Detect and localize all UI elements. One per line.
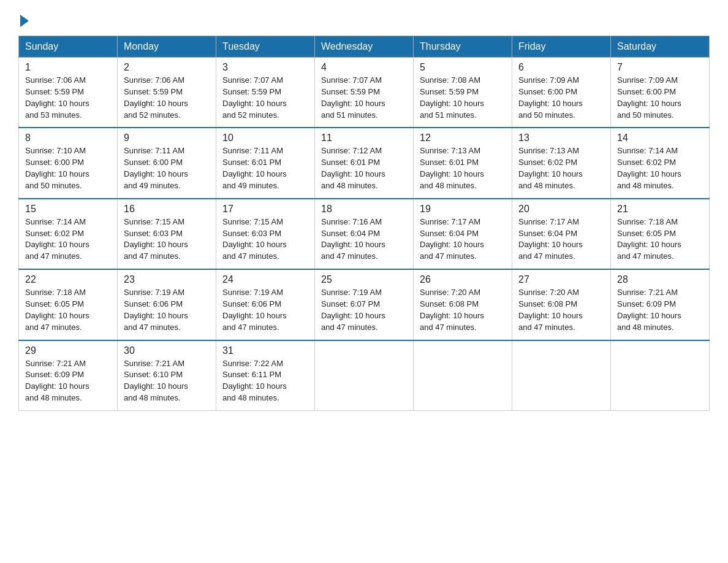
day-number: 5 (420, 62, 506, 73)
day-info: Sunrise: 7:21 AM Sunset: 6:09 PM Dayligh… (25, 358, 111, 404)
calendar-week-row: 22 Sunrise: 7:18 AM Sunset: 6:05 PM Dayl… (19, 269, 710, 340)
day-info: Sunrise: 7:21 AM Sunset: 6:10 PM Dayligh… (124, 358, 210, 404)
calendar-cell (512, 340, 611, 411)
calendar-cell: 14 Sunrise: 7:14 AM Sunset: 6:02 PM Dayl… (611, 128, 710, 198)
calendar-cell: 27 Sunrise: 7:20 AM Sunset: 6:08 PM Dayl… (512, 269, 611, 340)
calendar-day-header: Friday (512, 36, 611, 58)
day-info: Sunrise: 7:20 AM Sunset: 6:08 PM Dayligh… (518, 287, 604, 333)
day-number: 22 (25, 274, 111, 285)
logo-arrow-icon (20, 15, 29, 27)
calendar-week-row: 29 Sunrise: 7:21 AM Sunset: 6:09 PM Dayl… (19, 340, 710, 411)
calendar-cell: 11 Sunrise: 7:12 AM Sunset: 6:01 PM Dayl… (315, 128, 414, 198)
calendar-cell: 18 Sunrise: 7:16 AM Sunset: 6:04 PM Dayl… (315, 199, 414, 269)
day-number: 25 (321, 274, 407, 285)
day-number: 24 (222, 274, 308, 285)
calendar-cell: 7 Sunrise: 7:09 AM Sunset: 6:00 PM Dayli… (611, 58, 710, 128)
day-info: Sunrise: 7:14 AM Sunset: 6:02 PM Dayligh… (25, 216, 111, 262)
calendar-cell: 23 Sunrise: 7:19 AM Sunset: 6:06 PM Dayl… (118, 269, 216, 340)
day-number: 11 (321, 132, 407, 144)
calendar-cell: 19 Sunrise: 7:17 AM Sunset: 6:04 PM Dayl… (414, 199, 512, 269)
day-info: Sunrise: 7:06 AM Sunset: 5:59 PM Dayligh… (124, 75, 210, 121)
calendar-cell: 9 Sunrise: 7:11 AM Sunset: 6:00 PM Dayli… (118, 128, 216, 198)
day-info: Sunrise: 7:18 AM Sunset: 6:05 PM Dayligh… (25, 287, 111, 333)
day-number: 6 (518, 62, 604, 73)
calendar-day-header: Saturday (611, 36, 710, 58)
day-info: Sunrise: 7:14 AM Sunset: 6:02 PM Dayligh… (617, 145, 703, 191)
calendar-week-row: 1 Sunrise: 7:06 AM Sunset: 5:59 PM Dayli… (19, 58, 710, 128)
day-info: Sunrise: 7:18 AM Sunset: 6:05 PM Dayligh… (617, 216, 703, 262)
logo-top (18, 12, 29, 27)
calendar-day-header: Wednesday (315, 36, 414, 58)
day-number: 9 (124, 132, 210, 144)
calendar-week-row: 15 Sunrise: 7:14 AM Sunset: 6:02 PM Dayl… (19, 199, 710, 269)
day-number: 19 (420, 204, 506, 215)
calendar-cell: 31 Sunrise: 7:22 AM Sunset: 6:11 PM Dayl… (216, 340, 315, 411)
day-number: 2 (124, 62, 210, 73)
day-number: 27 (518, 274, 604, 285)
calendar-cell (414, 340, 512, 411)
day-number: 26 (420, 274, 506, 285)
calendar-cell: 4 Sunrise: 7:07 AM Sunset: 5:59 PM Dayli… (315, 58, 414, 128)
calendar-day-header: Thursday (414, 36, 512, 58)
calendar-day-header: Sunday (19, 36, 118, 58)
calendar-cell: 10 Sunrise: 7:11 AM Sunset: 6:01 PM Dayl… (216, 128, 315, 198)
day-info: Sunrise: 7:10 AM Sunset: 6:00 PM Dayligh… (25, 145, 111, 191)
logo (18, 12, 29, 25)
day-info: Sunrise: 7:11 AM Sunset: 6:00 PM Dayligh… (124, 145, 210, 191)
day-number: 16 (124, 204, 210, 215)
day-info: Sunrise: 7:17 AM Sunset: 6:04 PM Dayligh… (420, 216, 506, 262)
day-info: Sunrise: 7:13 AM Sunset: 6:01 PM Dayligh… (420, 145, 506, 191)
day-number: 7 (617, 62, 703, 73)
calendar-cell: 17 Sunrise: 7:15 AM Sunset: 6:03 PM Dayl… (216, 199, 315, 269)
day-info: Sunrise: 7:07 AM Sunset: 5:59 PM Dayligh… (222, 75, 308, 121)
calendar-cell: 15 Sunrise: 7:14 AM Sunset: 6:02 PM Dayl… (19, 199, 118, 269)
page-header (18, 12, 710, 25)
day-info: Sunrise: 7:09 AM Sunset: 6:00 PM Dayligh… (617, 75, 703, 121)
day-number: 17 (222, 204, 308, 215)
calendar-day-header: Tuesday (216, 36, 315, 58)
day-info: Sunrise: 7:17 AM Sunset: 6:04 PM Dayligh… (518, 216, 604, 262)
calendar-cell (611, 340, 710, 411)
day-number: 31 (222, 345, 308, 356)
day-number: 13 (518, 132, 604, 144)
calendar-cell: 16 Sunrise: 7:15 AM Sunset: 6:03 PM Dayl… (118, 199, 216, 269)
calendar-table: SundayMondayTuesdayWednesdayThursdayFrid… (18, 36, 710, 411)
calendar-cell: 3 Sunrise: 7:07 AM Sunset: 5:59 PM Dayli… (216, 58, 315, 128)
day-number: 15 (25, 204, 111, 215)
day-number: 8 (25, 132, 111, 144)
calendar-cell: 8 Sunrise: 7:10 AM Sunset: 6:00 PM Dayli… (19, 128, 118, 198)
calendar-cell: 24 Sunrise: 7:19 AM Sunset: 6:06 PM Dayl… (216, 269, 315, 340)
day-info: Sunrise: 7:07 AM Sunset: 5:59 PM Dayligh… (321, 75, 407, 121)
calendar-cell: 28 Sunrise: 7:21 AM Sunset: 6:09 PM Dayl… (611, 269, 710, 340)
day-info: Sunrise: 7:20 AM Sunset: 6:08 PM Dayligh… (420, 287, 506, 333)
calendar-cell: 12 Sunrise: 7:13 AM Sunset: 6:01 PM Dayl… (414, 128, 512, 198)
day-number: 3 (222, 62, 308, 73)
calendar-cell: 6 Sunrise: 7:09 AM Sunset: 6:00 PM Dayli… (512, 58, 611, 128)
calendar-header-row: SundayMondayTuesdayWednesdayThursdayFrid… (19, 36, 710, 58)
day-info: Sunrise: 7:09 AM Sunset: 6:00 PM Dayligh… (518, 75, 604, 121)
day-number: 14 (617, 132, 703, 144)
day-number: 10 (222, 132, 308, 144)
day-number: 12 (420, 132, 506, 144)
calendar-cell: 30 Sunrise: 7:21 AM Sunset: 6:10 PM Dayl… (118, 340, 216, 411)
day-info: Sunrise: 7:08 AM Sunset: 5:59 PM Dayligh… (420, 75, 506, 121)
day-info: Sunrise: 7:11 AM Sunset: 6:01 PM Dayligh… (222, 145, 308, 191)
day-number: 23 (124, 274, 210, 285)
calendar-cell: 21 Sunrise: 7:18 AM Sunset: 6:05 PM Dayl… (611, 199, 710, 269)
day-info: Sunrise: 7:19 AM Sunset: 6:06 PM Dayligh… (124, 287, 210, 333)
day-info: Sunrise: 7:13 AM Sunset: 6:02 PM Dayligh… (518, 145, 604, 191)
calendar-cell: 1 Sunrise: 7:06 AM Sunset: 5:59 PM Dayli… (19, 58, 118, 128)
calendar-cell: 25 Sunrise: 7:19 AM Sunset: 6:07 PM Dayl… (315, 269, 414, 340)
calendar-cell: 20 Sunrise: 7:17 AM Sunset: 6:04 PM Dayl… (512, 199, 611, 269)
day-number: 4 (321, 62, 407, 73)
day-info: Sunrise: 7:19 AM Sunset: 6:07 PM Dayligh… (321, 287, 407, 333)
day-number: 20 (518, 204, 604, 215)
calendar-day-header: Monday (118, 36, 216, 58)
day-number: 30 (124, 345, 210, 356)
calendar-cell: 22 Sunrise: 7:18 AM Sunset: 6:05 PM Dayl… (19, 269, 118, 340)
calendar-cell: 5 Sunrise: 7:08 AM Sunset: 5:59 PM Dayli… (414, 58, 512, 128)
calendar-week-row: 8 Sunrise: 7:10 AM Sunset: 6:00 PM Dayli… (19, 128, 710, 198)
day-info: Sunrise: 7:21 AM Sunset: 6:09 PM Dayligh… (617, 287, 703, 333)
day-info: Sunrise: 7:16 AM Sunset: 6:04 PM Dayligh… (321, 216, 407, 262)
day-info: Sunrise: 7:12 AM Sunset: 6:01 PM Dayligh… (321, 145, 407, 191)
